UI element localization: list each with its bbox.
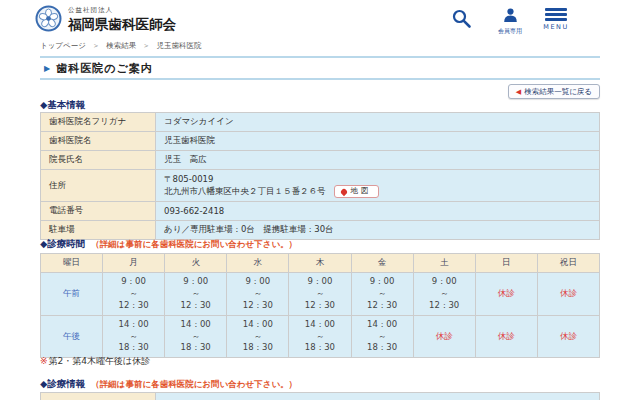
breadcrumb-home-link[interactable]: トップページ <box>40 41 86 50</box>
hours-heading: ◆診療時間（詳細は事前に各歯科医院にお問い合わせ下さい。） <box>40 238 297 251</box>
breadcrumb: トップページ ＞ 検索結果 ＞ 児玉歯科医院 <box>40 41 201 51</box>
hours-cell: 14：00 ～ 18：30 <box>289 315 351 358</box>
breadcrumb-search-results-link[interactable]: 検索結果 <box>106 41 136 50</box>
table-row <box>41 393 600 400</box>
clinic-info-table-partial <box>40 392 600 400</box>
table-row: 歯科医院名 児玉歯科医院 <box>41 132 600 151</box>
row-value: 093-662-2418 <box>156 202 600 221</box>
row-label <box>41 393 156 400</box>
members-only-label: 会員専用 <box>497 27 523 36</box>
hours-heading-text: ◆診療時間 <box>40 238 85 249</box>
map-button[interactable]: 地図 <box>334 185 379 198</box>
row-label: 午後 <box>41 315 103 358</box>
hours-cell-closed: 休診 <box>413 315 475 358</box>
footnote-text: 第2・第4木曜午後は休診 <box>49 356 151 366</box>
members-only-button[interactable]: 会員専用 <box>497 7 523 36</box>
row-label: 院長氏名 <box>41 151 156 170</box>
title-arrow-icon: ▶ <box>44 64 50 73</box>
hours-cell: 14：00 ～ 18：30 <box>103 315 165 358</box>
page-title: 歯科医院のご案内 <box>56 61 153 76</box>
col-header: 日 <box>475 254 537 273</box>
back-to-results-button[interactable]: ◀ 検索結果一覧に戻る <box>508 84 600 99</box>
col-header: 金 <box>351 254 413 273</box>
menu-label: MENU <box>543 23 569 31</box>
hours-cell: 14：00 ～ 18：30 <box>227 315 289 358</box>
hours-footnote: ※第2・第4木曜午後は休診 <box>40 355 150 368</box>
hours-row-morning: 午前 9：00 ～ 12：30 9：00 ～ 12：30 9：00 ～ 12：3… <box>41 273 600 316</box>
basic-info-heading-text: ◆基本情報 <box>40 99 85 110</box>
hours-cell-closed: 休診 <box>475 315 537 358</box>
address-text: 北九州市八幡東区中央２丁目１５番２６号 <box>164 187 326 197</box>
col-header: 木 <box>289 254 351 273</box>
hours-note: （詳細は事前に各歯科医院にお問い合わせ下さい。） <box>91 239 297 249</box>
search-button[interactable] <box>449 8 473 33</box>
flower-logo-icon <box>35 5 62 36</box>
row-label: 住所 <box>41 170 156 202</box>
row-label: 午前 <box>41 273 103 316</box>
search-icon <box>451 14 472 33</box>
hours-table: 曜日 月 火 水 木 金 土 日 祝日 午前 9：00 ～ 12：30 9：00… <box>40 253 600 358</box>
hours-cell-closed: 休診 <box>537 315 599 358</box>
row-label: 電話番号 <box>41 202 156 221</box>
hours-cell: 14：00 ～ 18：30 <box>351 315 413 358</box>
row-label: 駐車場 <box>41 221 156 240</box>
row-label: 歯科医院名 <box>41 132 156 151</box>
row-value-address: 〒805-0019 北九州市八幡東区中央２丁目１５番２６号地図 <box>156 170 600 202</box>
row-value <box>156 393 600 400</box>
col-header: 曜日 <box>41 254 103 273</box>
org-name: 福岡県歯科医師会 <box>68 16 176 34</box>
map-button-label: 地図 <box>351 186 372 197</box>
hours-cell: 9：00 ～ 12：30 <box>351 273 413 316</box>
address-line: 北九州市八幡東区中央２丁目１５番２６号地図 <box>164 185 591 198</box>
col-header: 月 <box>103 254 165 273</box>
hours-cell: 9：00 ～ 12：30 <box>227 273 289 316</box>
hours-cell: 9：00 ～ 12：30 <box>413 273 475 316</box>
hours-cell: 14：00 ～ 18：30 <box>165 315 227 358</box>
row-label: 歯科医院名フリガナ <box>41 113 156 132</box>
col-header: 火 <box>165 254 227 273</box>
hours-cell: 9：00 ～ 12：30 <box>289 273 351 316</box>
table-row: 駐車場 あり／専用駐車場：0台 提携駐車場：30台 <box>41 221 600 240</box>
table-row: 電話番号 093-662-2418 <box>41 202 600 221</box>
back-button-label: 検索結果一覧に戻る <box>524 87 592 97</box>
person-icon <box>503 7 518 26</box>
basic-info-heading: ◆基本情報 <box>40 99 85 112</box>
clinic-info-heading: ◆診療情報（詳細は事前に各歯科医院にお問い合わせ下さい。） <box>40 378 297 391</box>
table-row-address: 住所 〒805-0019 北九州市八幡東区中央２丁目１５番２６号地図 <box>41 170 600 202</box>
breadcrumb-separator: ＞ <box>143 41 151 50</box>
hours-header-row: 曜日 月 火 水 木 金 土 日 祝日 <box>41 254 600 273</box>
clinic-info-note: （詳細は事前に各歯科医院にお問い合わせ下さい。） <box>91 379 297 389</box>
row-value: コダマシカイイン <box>156 113 600 132</box>
table-row: 歯科医院名フリガナ コダマシカイイン <box>41 113 600 132</box>
row-value: 児玉 高広 <box>156 151 600 170</box>
footnote-marker: ※ <box>40 356 48 366</box>
col-header: 土 <box>413 254 475 273</box>
hours-cell: 9：00 ～ 12：30 <box>165 273 227 316</box>
table-row: 院長氏名 児玉 高広 <box>41 151 600 170</box>
org-type: 公益社団法人 <box>68 6 176 15</box>
page-title-bar: ▶ 歯科医院のご案内 <box>40 56 600 80</box>
postal-code: 〒805-0019 <box>164 173 591 185</box>
col-header: 水 <box>227 254 289 273</box>
menu-button[interactable]: MENU <box>543 8 569 31</box>
hours-cell-closed: 休診 <box>537 273 599 316</box>
site-header: 公益社団法人 福岡県歯科医師会 会員専用 MENU <box>0 0 640 38</box>
org-text: 公益社団法人 福岡県歯科医師会 <box>68 6 176 34</box>
org-logo-link[interactable]: 公益社団法人 福岡県歯科医師会 <box>35 5 235 35</box>
breadcrumb-current: 児玉歯科医院 <box>156 41 201 50</box>
hours-cell: 9：00 ～ 12：30 <box>103 273 165 316</box>
col-header: 祝日 <box>537 254 599 273</box>
breadcrumb-separator: ＞ <box>92 41 100 50</box>
clinic-info-heading-text: ◆診療情報 <box>40 378 85 389</box>
row-value: あり／専用駐車場：0台 提携駐車場：30台 <box>156 221 600 240</box>
basic-info-table: 歯科医院名フリガナ コダマシカイイン 歯科医院名 児玉歯科医院 院長氏名 児玉 … <box>40 112 600 240</box>
back-arrow-icon: ◀ <box>516 88 521 96</box>
map-pin-icon <box>339 188 347 196</box>
hours-cell-closed: 休診 <box>475 273 537 316</box>
row-value: 児玉歯科医院 <box>156 132 600 151</box>
hamburger-icon <box>543 8 569 21</box>
hours-row-afternoon: 午後 14：00 ～ 18：30 14：00 ～ 18：30 14：00 ～ 1… <box>41 315 600 358</box>
